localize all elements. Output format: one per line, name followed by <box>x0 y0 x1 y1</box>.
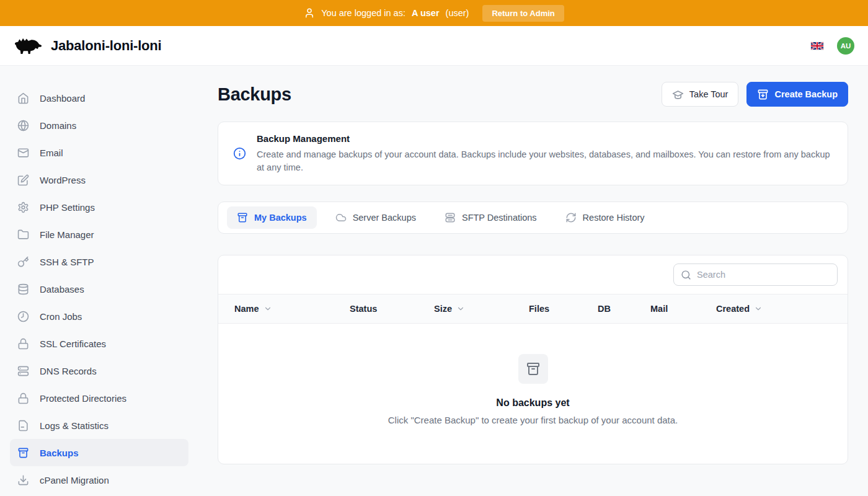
tab-label: SFTP Destinations <box>462 213 537 223</box>
archive-down-icon <box>757 89 769 100</box>
return-to-admin-button[interactable]: Return to Admin <box>482 5 564 22</box>
sidebar-item-email[interactable]: Email <box>10 139 188 166</box>
sidebar-item-label: Domains <box>40 120 76 131</box>
sidebar-item-label: File Manager <box>40 229 94 240</box>
lock-icon <box>17 338 29 350</box>
sidebar-item-cpanel-migration[interactable]: cPanel Migration <box>10 466 188 494</box>
mail-icon <box>17 147 29 159</box>
user-icon <box>304 7 315 19</box>
lock-icon <box>17 392 29 404</box>
empty-state-title: No backups yet <box>218 397 848 409</box>
column-header-files[interactable]: Files <box>529 304 598 314</box>
create-backup-button[interactable]: Create Backup <box>746 82 848 107</box>
chevron-down-icon <box>754 304 763 313</box>
create-backup-label: Create Backup <box>774 89 838 99</box>
backup-tabs: My Backups Server Backups SFTP Destinati… <box>218 202 848 234</box>
server-icon <box>17 365 29 377</box>
info-card-title: Backup Management <box>257 133 833 144</box>
download-icon <box>17 474 29 486</box>
edit-icon <box>17 174 29 186</box>
server-icon <box>445 212 456 223</box>
sidebar-item-label: Cron Jobs <box>40 311 82 322</box>
clock-icon <box>17 311 29 322</box>
file-text-icon <box>17 420 29 432</box>
sidebar-item-label: Protected Directories <box>40 393 126 404</box>
sidebar-item-logs-statistics[interactable]: Logs & Statistics <box>10 412 188 439</box>
impersonated-user-role: (user) <box>446 8 469 18</box>
tab-sftp-destinations[interactable]: SFTP Destinations <box>435 206 547 229</box>
empty-state-description: Click "Create Backup" to create your fir… <box>218 415 848 425</box>
sidebar-item-label: WordPress <box>40 175 86 185</box>
key-icon <box>17 256 29 268</box>
tab-label: Restore History <box>583 213 645 223</box>
refresh-icon <box>565 212 577 223</box>
column-label: DB <box>598 304 611 314</box>
sidebar-item-label: DNS Records <box>40 366 97 376</box>
column-header-name[interactable]: Name <box>234 304 350 314</box>
search-input[interactable] <box>697 270 830 280</box>
backup-management-info-card: Backup Management Create and manage back… <box>218 122 848 185</box>
sidebar-item-file-manager[interactable]: File Manager <box>10 221 188 248</box>
column-label: Status <box>350 304 377 314</box>
tab-my-backups[interactable]: My Backups <box>227 206 317 229</box>
graduation-cap-icon <box>672 89 684 100</box>
sidebar-item-ssh-sftp[interactable]: SSH & SFTP <box>10 248 188 275</box>
user-avatar[interactable]: AU <box>837 37 854 55</box>
tab-label: My Backups <box>254 213 307 223</box>
column-header-mail[interactable]: Mail <box>650 304 716 314</box>
sidebar-item-dashboard[interactable]: Dashboard <box>10 84 188 112</box>
tab-restore-history[interactable]: Restore History <box>556 206 655 229</box>
sidebar-item-label: Backups <box>40 448 79 458</box>
folder-icon <box>17 229 29 241</box>
column-header-status[interactable]: Status <box>350 304 434 314</box>
sidebar-item-label: SSH & SFTP <box>40 257 94 267</box>
sidebar-item-label: Logs & Statistics <box>40 420 108 431</box>
take-tour-button[interactable]: Take Tour <box>662 82 739 107</box>
sidebar-item-cron-jobs[interactable]: Cron Jobs <box>10 303 188 330</box>
sidebar-item-protected-directories[interactable]: Protected Directories <box>10 384 188 412</box>
chevron-down-icon <box>456 304 465 313</box>
column-label: Created <box>716 304 750 314</box>
column-label: Name <box>234 304 259 314</box>
column-label: Size <box>434 304 452 314</box>
column-header-size[interactable]: Size <box>434 304 529 314</box>
column-label: Files <box>529 304 549 314</box>
database-icon <box>17 283 29 295</box>
impersonation-bar: You are logged in as: A user (user) Retu… <box>0 0 868 26</box>
sidebar-item-label: PHP Settings <box>40 202 95 213</box>
sidebar-item-ssl-certificates[interactable]: SSL Certificates <box>10 330 188 357</box>
archive-icon <box>17 447 29 459</box>
sidebar-item-domains[interactable]: Domains <box>10 112 188 139</box>
take-tour-label: Take Tour <box>689 89 728 99</box>
archive-icon <box>237 212 248 223</box>
cloud-icon <box>335 212 347 223</box>
logged-in-as-text: You are logged in as: <box>321 8 405 18</box>
empty-state: No backups yet Click "Create Backup" to … <box>218 324 848 464</box>
app-header: Jabaloni-loni-loni AU <box>0 26 868 66</box>
sidebar-item-php-settings[interactable]: PHP Settings <box>10 193 188 221</box>
empty-archive-icon <box>518 354 548 384</box>
sidebar-item-label: Dashboard <box>40 93 85 104</box>
tab-server-backups[interactable]: Server Backups <box>326 206 426 229</box>
column-header-db[interactable]: DB <box>598 304 650 314</box>
sidebar-item-backups[interactable]: Backups <box>10 439 188 466</box>
column-label: Mail <box>650 304 668 314</box>
brand[interactable]: Jabaloni-loni-loni <box>14 35 162 56</box>
home-icon <box>17 92 29 104</box>
sidebar-item-label: cPanel Migration <box>40 475 109 485</box>
sidebar-item-databases[interactable]: Databases <box>10 275 188 303</box>
sidebar-item-wordpress[interactable]: WordPress <box>10 166 188 193</box>
sidebar-item-label: SSL Certificates <box>40 339 106 349</box>
globe-icon <box>17 120 29 131</box>
sidebar-item-dns-records[interactable]: DNS Records <box>10 357 188 384</box>
page-title: Backups <box>218 84 291 105</box>
app-title: Jabaloni-loni-loni <box>51 38 162 54</box>
sidebar-item-label: Email <box>40 148 63 158</box>
info-card-description: Create and manage backups of your accoun… <box>257 148 833 174</box>
boar-logo <box>14 35 42 56</box>
impersonation-message: You are logged in as: A user (user) <box>304 7 469 19</box>
sidebar-item-label: Databases <box>40 284 84 294</box>
uk-flag-icon[interactable] <box>811 42 823 50</box>
column-header-created[interactable]: Created <box>716 304 848 314</box>
info-icon <box>233 147 246 160</box>
